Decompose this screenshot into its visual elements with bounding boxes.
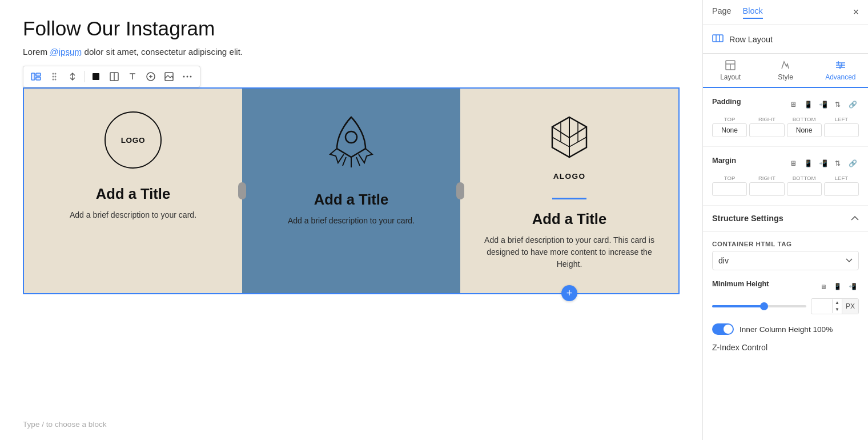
drag-handle[interactable] xyxy=(46,69,62,85)
svg-point-20 xyxy=(190,76,192,78)
svg-point-3 xyxy=(53,73,54,75)
image-btn[interactable] xyxy=(161,69,177,85)
padding-sync-icon[interactable]: ⇅ xyxy=(831,98,844,111)
structure-settings-header[interactable]: Structure Settings xyxy=(703,206,868,231)
min-height-tablet-icon[interactable]: 📱 xyxy=(831,281,844,293)
card-1-desc: Add a brief description to your card. xyxy=(70,209,196,221)
margin-right-field: RIGHT xyxy=(749,175,784,196)
panel-header: Page Block × xyxy=(703,0,868,25)
svg-rect-1 xyxy=(36,73,41,76)
padding-bottom-field: BOTTOM xyxy=(787,116,822,137)
slider-arrows: ▲ ▼ xyxy=(832,299,842,313)
margin-tablet-icon[interactable]: 📱 xyxy=(802,157,814,170)
padding-label: Padding xyxy=(712,97,741,106)
padding-top-input[interactable] xyxy=(712,123,747,137)
more-btn[interactable] xyxy=(179,69,195,85)
inner-column-height-toggle[interactable] xyxy=(712,323,734,335)
padding-mobile-icon[interactable]: 📲 xyxy=(817,98,829,111)
svg-point-19 xyxy=(187,76,188,78)
resize-handle-1[interactable] xyxy=(238,182,246,199)
padding-left-field: LEFT xyxy=(824,116,859,137)
svg-point-8 xyxy=(55,79,57,81)
svg-point-6 xyxy=(55,76,57,78)
slider-row: ▲ ▼ PX xyxy=(712,298,859,314)
margin-link-icon[interactable]: 🔗 xyxy=(846,157,859,170)
rocket-icon xyxy=(326,111,377,174)
tab-page[interactable]: Page xyxy=(712,6,732,19)
svg-point-7 xyxy=(53,79,54,81)
layout-btn[interactable] xyxy=(106,69,122,85)
slider-down-arrow[interactable]: ▼ xyxy=(833,306,842,313)
margin-left-input[interactable] xyxy=(824,182,859,196)
toggle-knob xyxy=(724,325,733,334)
padding-controls: Padding 🖥 📱 📲 ⇅ 🔗 xyxy=(712,97,859,111)
block-toolbar xyxy=(23,66,200,87)
min-height-desktop-icon[interactable]: 🖥 xyxy=(817,281,829,293)
min-height-mobile-icon[interactable]: 📲 xyxy=(846,281,859,293)
container-tag-select[interactable]: div section article main header footer a… xyxy=(712,251,859,270)
tab-block[interactable]: Block xyxy=(743,6,763,19)
svg-point-18 xyxy=(183,76,185,78)
svg-point-21 xyxy=(345,131,357,143)
padding-bottom-input[interactable] xyxy=(787,123,822,137)
margin-sync-icon[interactable]: ⇅ xyxy=(831,157,844,170)
margin-top-input[interactable] xyxy=(712,182,747,196)
panel-close-button[interactable]: × xyxy=(853,6,859,18)
padding-link-icon[interactable]: 🔗 xyxy=(846,98,859,111)
card-3-logo-text: ALOGO xyxy=(553,172,586,181)
right-panel: Page Block × Row Layout Layout Style Adv… xyxy=(702,0,868,440)
inner-column-height-label: Inner Column Height 100% xyxy=(740,325,833,334)
padding-left-input[interactable] xyxy=(824,123,859,137)
slider-unit: PX xyxy=(842,299,858,314)
move-updown[interactable] xyxy=(65,69,81,85)
row-layout-label: Row Layout xyxy=(729,35,773,44)
sub-tab-style[interactable]: Style xyxy=(758,54,813,88)
sub-tabs: Layout Style Advanced xyxy=(703,54,868,88)
slider-value-input[interactable] xyxy=(811,302,832,311)
svg-rect-22 xyxy=(713,35,723,42)
subtitle-link[interactable]: @ipsum xyxy=(50,47,82,57)
padding-tablet-icon[interactable]: 📱 xyxy=(802,98,814,111)
structure-chevron-icon xyxy=(851,216,859,221)
slider-fill xyxy=(712,305,764,307)
row-block: LOGO Add a Title Add a brief description… xyxy=(23,87,680,294)
margin-left-field: LEFT xyxy=(824,175,859,196)
min-height-label: Minimum Height xyxy=(712,279,769,288)
text-btn[interactable] xyxy=(124,69,140,85)
margin-mobile-icon[interactable]: 📲 xyxy=(817,157,829,170)
sub-tab-advanced[interactable]: Advanced xyxy=(813,54,868,88)
container-tag-label: CONTAINER HTML TAG xyxy=(712,241,859,247)
svg-rect-9 xyxy=(93,73,99,80)
margin-label: Margin xyxy=(712,156,736,165)
card-3: ALOGO + Add a Title Add a brief descript… xyxy=(460,89,678,293)
cards-row: LOGO Add a Title Add a brief description… xyxy=(24,89,678,293)
margin-bottom-input[interactable] xyxy=(787,182,822,196)
add-btn[interactable] xyxy=(143,69,159,85)
margin-desktop-icon[interactable]: 🖥 xyxy=(787,157,799,170)
panel-tabs: Page Block xyxy=(712,6,763,19)
margin-icons: 🖥 📱 📲 ⇅ 🔗 xyxy=(787,157,859,170)
svg-point-5 xyxy=(53,76,54,78)
card-1-logo-text: LOGO xyxy=(121,136,146,145)
padding-desktop-icon[interactable]: 🖥 xyxy=(787,98,799,111)
box-icon xyxy=(544,111,595,163)
divider-1 xyxy=(84,71,85,82)
slider-value-box: ▲ ▼ PX xyxy=(811,298,859,314)
padding-grid: TOP RIGHT BOTTOM LEFT xyxy=(712,116,859,137)
margin-top-field: TOP xyxy=(712,175,747,196)
padding-icons: 🖥 📱 📲 ⇅ 🔗 xyxy=(787,98,859,111)
slider-thumb[interactable] xyxy=(760,302,768,310)
min-height-slider[interactable] xyxy=(712,305,806,307)
margin-right-input[interactable] xyxy=(749,182,784,196)
block-type-icon[interactable] xyxy=(28,69,44,85)
padding-right-input[interactable] xyxy=(749,123,784,137)
add-block-button[interactable]: + xyxy=(561,285,577,301)
slider-up-arrow[interactable]: ▲ xyxy=(833,299,842,306)
row-layout-icon xyxy=(712,33,724,45)
square-btn[interactable] xyxy=(88,69,104,85)
sub-tab-layout[interactable]: Layout xyxy=(703,54,758,88)
svg-line-15 xyxy=(168,75,170,78)
resize-handle-2[interactable] xyxy=(456,182,464,199)
canvas-area: Follow Our Instagram Lorem @ipsum dolor … xyxy=(0,0,702,440)
card-1-title: Add a Title xyxy=(96,186,170,202)
